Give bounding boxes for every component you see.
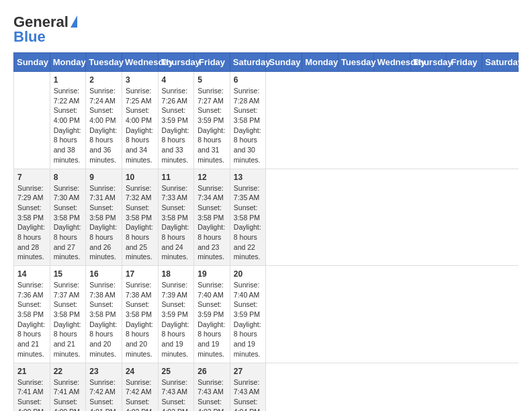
daylight-hours-label: Daylight: 8 hours [197, 222, 226, 242]
sunrise-text: Sunrise: 7:31 AM [89, 183, 118, 203]
calendar-cell: 13Sunrise: 7:35 AMSunset: 3:58 PMDayligh… [230, 169, 266, 266]
calendar-cell: 2Sunrise: 7:24 AMSunset: 4:00 PMDaylight… [86, 72, 122, 169]
sunrise-text: Sunrise: 7:40 AM [234, 280, 263, 300]
daylight-minutes-text: and 23 minutes. [197, 242, 226, 262]
sunrise-text: Sunrise: 7:40 AM [197, 280, 226, 300]
sunset-text: Sunset: 4:02 PM [126, 397, 154, 411]
day-number: 4 [162, 75, 191, 85]
logo-triangle-icon [71, 15, 77, 28]
calendar-header-row: SundayMondayTuesdayWednesdayThursdayFrid… [14, 53, 519, 72]
calendar-cell: 12Sunrise: 7:34 AMSunset: 3:58 PMDayligh… [194, 169, 230, 266]
daylight-minutes-text: and 34 minutes. [126, 145, 154, 165]
daylight-minutes-text: and 25 minutes. [126, 242, 154, 262]
sunrise-text: Sunrise: 7:39 AM [162, 280, 191, 300]
sunset-text: Sunset: 3:58 PM [54, 203, 83, 222]
day-number: 18 [162, 269, 191, 279]
day-header-friday: Friday [194, 53, 230, 72]
calendar-cell: 19Sunrise: 7:40 AMSunset: 3:59 PMDayligh… [194, 266, 230, 363]
day-number: 5 [197, 75, 226, 85]
calendar-cell: 26Sunrise: 7:43 AMSunset: 4:03 PMDayligh… [194, 363, 230, 411]
daylight-hours-label: Daylight: 8 hours [89, 126, 118, 145]
sunset-text: Sunset: 3:58 PM [126, 300, 154, 319]
day-number: 17 [126, 269, 154, 279]
daylight-hours-label: Daylight: 8 hours [162, 222, 191, 242]
sunset-text: Sunset: 3:58 PM [126, 203, 154, 222]
sunset-text: Sunset: 4:00 PM [17, 397, 46, 411]
sunrise-text: Sunrise: 7:43 AM [234, 377, 263, 397]
sunset-text: Sunset: 3:59 PM [234, 300, 263, 319]
page-header: General Blue [13, 13, 519, 46]
day-number: 3 [126, 75, 154, 85]
daylight-minutes-text: and 27 minutes. [54, 242, 83, 262]
daylight-minutes-text: and 31 minutes. [197, 145, 226, 165]
daylight-minutes-text: and 19 minutes. [234, 339, 263, 359]
day-header-monday: Monday [50, 53, 86, 72]
calendar-cell: 6Sunrise: 7:28 AMSunset: 3:58 PMDaylight… [230, 72, 266, 169]
daylight-minutes-text: and 26 minutes. [89, 242, 118, 262]
sunrise-text: Sunrise: 7:38 AM [89, 280, 118, 300]
day-number: 11 [162, 173, 191, 182]
sunset-text: Sunset: 3:58 PM [234, 105, 263, 125]
day-number: 26 [197, 367, 226, 376]
sunrise-text: Sunrise: 7:41 AM [54, 377, 83, 397]
calendar-cell: 15Sunrise: 7:37 AMSunset: 3:58 PMDayligh… [50, 266, 86, 363]
daylight-hours-label: Daylight: 8 hours [54, 320, 83, 339]
daylight-hours-label: Daylight: 8 hours [17, 222, 46, 242]
sunrise-text: Sunrise: 7:32 AM [126, 183, 154, 203]
day-number: 9 [89, 173, 118, 182]
sunset-text: Sunset: 4:00 PM [54, 397, 83, 411]
calendar-cell: 20Sunrise: 7:40 AMSunset: 3:59 PMDayligh… [230, 266, 266, 363]
daylight-hours-label: Daylight: 8 hours [234, 320, 263, 339]
calendar-cell: 18Sunrise: 7:39 AMSunset: 3:59 PMDayligh… [158, 266, 194, 363]
daylight-minutes-text: and 21 minutes. [17, 339, 46, 359]
daylight-minutes-text: and 28 minutes. [17, 242, 46, 262]
daylight-hours-label: Daylight: 8 hours [234, 222, 263, 242]
daylight-minutes-text: and 20 minutes. [89, 339, 118, 359]
sunset-text: Sunset: 3:58 PM [162, 203, 191, 222]
calendar-cell: 16Sunrise: 7:38 AMSunset: 3:58 PMDayligh… [86, 266, 122, 363]
calendar-cell: 3Sunrise: 7:25 AMSunset: 4:00 PMDaylight… [122, 72, 158, 169]
calendar-cell: 7Sunrise: 7:29 AMSunset: 3:58 PMDaylight… [14, 169, 50, 266]
calendar-cell: 22Sunrise: 7:41 AMSunset: 4:00 PMDayligh… [50, 363, 86, 411]
sunrise-text: Sunrise: 7:38 AM [126, 280, 154, 300]
daylight-minutes-text: and 33 minutes. [162, 145, 191, 165]
sunrise-text: Sunrise: 7:30 AM [54, 183, 83, 203]
sunset-text: Sunset: 4:00 PM [89, 105, 118, 125]
sunrise-text: Sunrise: 7:28 AM [234, 86, 263, 105]
sunset-text: Sunset: 3:58 PM [89, 300, 118, 319]
calendar-cell [14, 72, 50, 169]
day-header-thursday: Thursday [410, 53, 447, 72]
sunrise-text: Sunrise: 7:34 AM [197, 183, 226, 203]
sunset-text: Sunset: 3:58 PM [89, 203, 118, 222]
day-header-saturday: Saturday [230, 53, 266, 72]
calendar-cell: 4Sunrise: 7:26 AMSunset: 3:59 PMDaylight… [158, 72, 194, 169]
daylight-minutes-text: and 24 minutes. [162, 242, 191, 262]
daylight-minutes-text: and 19 minutes. [197, 339, 226, 359]
day-number: 7 [17, 173, 46, 182]
week-row-4: 21Sunrise: 7:41 AMSunset: 4:00 PMDayligh… [14, 363, 519, 411]
day-number: 21 [17, 367, 46, 376]
sunrise-text: Sunrise: 7:27 AM [197, 86, 226, 105]
week-row-1: 1Sunrise: 7:22 AMSunset: 4:00 PMDaylight… [14, 72, 519, 169]
logo-blue-text: Blue [13, 28, 46, 46]
day-header-friday: Friday [446, 53, 482, 72]
sunset-text: Sunset: 3:59 PM [197, 300, 226, 319]
day-header-sunday: Sunday [14, 53, 50, 72]
daylight-hours-label: Daylight: 8 hours [54, 222, 83, 242]
day-number: 14 [17, 269, 46, 279]
day-header-tuesday: Tuesday [338, 53, 374, 72]
calendar-cell: 9Sunrise: 7:31 AMSunset: 3:58 PMDaylight… [86, 169, 122, 266]
sunrise-text: Sunrise: 7:41 AM [17, 377, 46, 397]
day-number: 15 [54, 269, 83, 279]
calendar-cell: 8Sunrise: 7:30 AMSunset: 3:58 PMDaylight… [50, 169, 86, 266]
day-number: 24 [126, 367, 154, 376]
day-header-sunday: Sunday [266, 53, 302, 72]
sunrise-text: Sunrise: 7:35 AM [234, 183, 263, 203]
sunrise-text: Sunrise: 7:36 AM [17, 280, 46, 300]
daylight-hours-label: Daylight: 8 hours [17, 320, 46, 339]
week-row-2: 7Sunrise: 7:29 AMSunset: 3:58 PMDaylight… [14, 169, 519, 266]
sunrise-text: Sunrise: 7:33 AM [162, 183, 191, 203]
calendar-table: SundayMondayTuesdayWednesdayThursdayFrid… [13, 52, 519, 411]
sunset-text: Sunset: 4:03 PM [197, 397, 226, 411]
day-number: 25 [162, 367, 191, 376]
